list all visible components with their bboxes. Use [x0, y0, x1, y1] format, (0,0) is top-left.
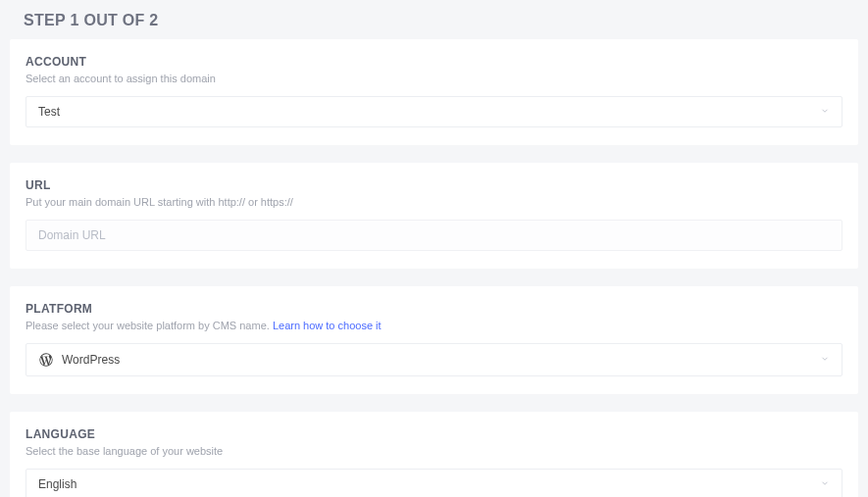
language-label: LANGUAGE: [26, 427, 842, 441]
platform-hint: Please select your website platform by C…: [26, 320, 842, 331]
language-select-value: English: [38, 477, 77, 491]
platform-label: PLATFORM: [26, 302, 842, 316]
platform-select-value: WordPress: [62, 353, 120, 367]
platform-card: PLATFORM Please select your website plat…: [10, 286, 858, 394]
chevron-down-icon: [820, 477, 830, 491]
chevron-down-icon: [820, 353, 830, 367]
language-select[interactable]: English: [26, 469, 842, 497]
language-card: LANGUAGE Select the base language of you…: [10, 412, 858, 497]
url-label: URL: [26, 178, 842, 192]
account-label: ACCOUNT: [26, 55, 842, 69]
platform-hint-link[interactable]: Learn how to choose it: [273, 320, 382, 331]
url-card: URL Put your main domain URL starting wi…: [10, 163, 858, 269]
chevron-down-icon: [820, 105, 830, 119]
url-input[interactable]: [26, 220, 842, 251]
account-hint: Select an account to assign this domain: [26, 73, 842, 84]
language-hint: Select the base language of your website: [26, 445, 842, 457]
account-select-value: Test: [38, 105, 60, 119]
platform-hint-text: Please select your website platform by C…: [26, 320, 273, 331]
wordpress-icon: [38, 352, 54, 368]
page-title: STEP 1 OUT OF 2: [0, 0, 868, 39]
account-card: ACCOUNT Select an account to assign this…: [10, 39, 858, 145]
url-hint: Put your main domain URL starting with h…: [26, 196, 842, 208]
platform-select[interactable]: WordPress: [26, 343, 842, 376]
account-select[interactable]: Test: [26, 96, 842, 127]
